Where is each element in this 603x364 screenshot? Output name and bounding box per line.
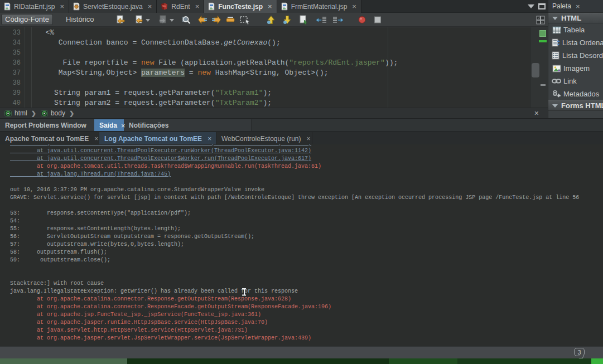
next-bookmark-icon[interactable]: [282, 15, 292, 25]
console-tab-2[interactable]: WebControleEstoque (run)×: [216, 132, 312, 145]
metadata-icon: [552, 90, 561, 98]
close-tab-icon[interactable]: ×: [148, 3, 152, 10]
file-tab-FrmEntMaterial-jsp[interactable]: FrmEntMaterial.jsp×: [277, 0, 361, 13]
editor-gutter: 3334353637383940: [0, 27, 25, 108]
category-expand-icon: [552, 17, 558, 20]
line-number: 39: [0, 88, 21, 98]
code-token-string: "TxtParam1": [215, 89, 263, 97]
jasper-report-icon: [160, 2, 168, 11]
forward-icon[interactable]: [158, 15, 168, 25]
palette-item-imagem[interactable]: Imagem: [548, 62, 603, 75]
stop-macro-recording-icon[interactable]: [373, 15, 383, 25]
code-area[interactable]: <% Connection banco = ConnectionDataBase…: [32, 27, 530, 108]
back-dropdown-icon[interactable]: [146, 19, 150, 22]
console-error-line: at org.apache.catalina.connector.Respons…: [10, 303, 579, 311]
code-token-plain: String param1 = request.getParameter(: [32, 89, 215, 97]
line-number: 35: [0, 48, 21, 58]
code-token-plain: File (application.getRealPath(: [154, 59, 289, 67]
line-number: 36: [0, 58, 21, 68]
console-text-line: 56: ServletOutputStream outputstream = r…: [10, 233, 579, 241]
palette-item-lista-desordenada[interactable]: Lista Desordenada: [548, 49, 603, 62]
forward-dropdown-icon[interactable]: [170, 19, 174, 22]
toggle-highlight-icon[interactable]: [225, 15, 235, 25]
toggle-bookmark-icon[interactable]: [298, 15, 308, 25]
file-tab-FuncTeste-jsp[interactable]: FuncTeste.jsp×: [204, 0, 277, 13]
palette-item-tabela[interactable]: Tabela: [548, 23, 603, 36]
ordered-list-icon: [552, 38, 560, 47]
back-icon[interactable]: [134, 15, 144, 25]
error-stripe-ok-indicator: [539, 30, 546, 37]
file-tab-RdEnt[interactable]: RdEnt×: [157, 0, 204, 13]
source-view-button[interactable]: Código-Fonte: [1, 14, 53, 25]
console-tab-0[interactable]: Apache Tomcat ou TomEE×: [0, 132, 99, 145]
jsp-file-icon: [208, 2, 215, 11]
green-strip-segment: [591, 358, 603, 364]
console-error-line: at org.apache.catalina.connector.Respons…: [10, 295, 579, 303]
maximize-window-icon[interactable]: [538, 3, 546, 9]
rectangular-selection-icon[interactable]: [239, 15, 249, 25]
line-number: 38: [0, 78, 21, 88]
palette-item-lista-ordenada[interactable]: Lista Ordenada: [548, 36, 603, 49]
console-stack-link[interactable]: at java.util.concurrent.ThreadPoolExecut…: [10, 147, 579, 155]
fold-margin-separator: [31, 27, 32, 108]
history-view-button[interactable]: Histórico: [66, 15, 94, 23]
close-console-tab-icon[interactable]: ×: [208, 135, 211, 143]
output-console[interactable]: at java.util.concurrent.ThreadPoolExecut…: [0, 144, 603, 346]
shift-line-left-icon[interactable]: [316, 15, 326, 25]
breadcrumb-item-body[interactable]: body: [41, 109, 65, 117]
unordered-list-icon: [552, 51, 560, 60]
breadcrumb-close-icon[interactable]: ×: [534, 109, 539, 117]
java-class-icon: [73, 2, 80, 11]
palette-item-link[interactable]: Link: [548, 75, 603, 88]
close-tab-icon[interactable]: ×: [60, 3, 64, 10]
notifications-badge[interactable]: 3: [574, 348, 585, 356]
file-tab-RlDataEnt-jsp[interactable]: RlDataEnt.jsp×: [0, 0, 69, 13]
close-tab-icon[interactable]: ×: [268, 3, 272, 10]
editor-scrollbar-thumb[interactable]: [532, 63, 539, 77]
palette-category-forms-html[interactable]: Forms HTML: [548, 100, 603, 111]
file-tab-ServletEstoque-java[interactable]: ServletEstoque.java×: [69, 0, 157, 13]
window-tab-label: Notificações: [129, 122, 168, 129]
palette-header[interactable]: Paleta ×: [548, 0, 603, 13]
close-console-tab-icon[interactable]: ×: [94, 135, 98, 143]
palette-item-metadados[interactable]: Metadados: [548, 88, 603, 100]
close-tab-icon[interactable]: ×: [352, 3, 356, 10]
console-text-line: 59: outputstream.close();: [10, 256, 579, 264]
output-window-tab-saida[interactable]: Saída×: [94, 119, 124, 132]
code-token-occurrence: parameters: [141, 69, 185, 77]
breadcrumb-separator-icon: ❯: [69, 110, 74, 117]
close-console-tab-icon[interactable]: ×: [307, 135, 311, 143]
find-selection-icon[interactable]: [181, 15, 191, 25]
console-stack-link[interactable]: at java.util.concurrent.ThreadPoolExecut…: [10, 155, 579, 163]
output-tabbar-filler: [251, 119, 603, 132]
console-tab-1[interactable]: Log Apache Tomcat ou TomEE×: [99, 132, 216, 145]
start-macro-recording-icon[interactable]: [357, 15, 367, 25]
close-tab-icon[interactable]: ×: [195, 3, 200, 10]
output-window-tabbar: Report Problems WindowSaída×Notificações: [0, 118, 603, 131]
console-text-line: 54:: [10, 217, 579, 225]
console-stack-link[interactable]: at java.lang.Thread.run(Thread.java:745): [10, 171, 579, 178]
output-window-tab-notificacoes[interactable]: Notificações: [124, 119, 168, 132]
split-document-icon[interactable]: [536, 16, 545, 27]
console-text-line: [10, 272, 579, 280]
file-tab-bar: RlDataEnt.jsp×ServletEstoque.java×RdEnt×…: [0, 0, 548, 13]
console-error-line: at org.apache.jasper.servlet.JspServletW…: [10, 334, 579, 342]
palette-close-icon[interactable]: ×: [576, 2, 580, 11]
editor-scroll-strip: [530, 27, 548, 108]
tab-list-dropdown-icon[interactable]: [528, 4, 534, 8]
previous-bookmark-icon[interactable]: [266, 15, 276, 25]
table-icon: [552, 26, 561, 34]
find-previous-icon[interactable]: [197, 15, 208, 25]
console-text-line: out 10, 2016 3:37:29 PM org.apache.catal…: [10, 186, 579, 194]
shift-line-right-icon[interactable]: [332, 15, 342, 25]
palette-category-html[interactable]: HTML: [548, 13, 603, 23]
find-next-icon[interactable]: [211, 15, 221, 25]
console-text-line: Stacktrace:] with root cause: [10, 280, 579, 288]
console-error-line: at org.apache.jasper.runtime.HttpJspBase…: [10, 319, 579, 327]
breadcrumb-item-html[interactable]: html: [4, 109, 27, 117]
link-icon: [552, 78, 561, 84]
code-editor[interactable]: 3334353637383940 <% Connection banco = C…: [0, 27, 548, 108]
last-edit-position-icon[interactable]: [115, 15, 126, 25]
output-window-tab-report-problems[interactable]: Report Problems Window: [0, 119, 89, 132]
console-text-line: [10, 264, 579, 272]
